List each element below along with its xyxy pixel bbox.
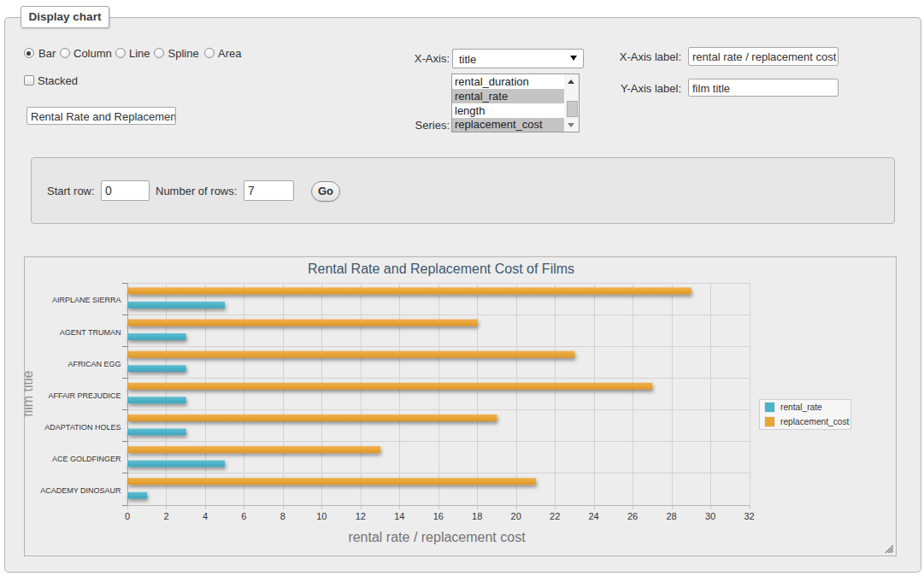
svg-text:16: 16 — [433, 511, 444, 521]
svg-text:20: 20 — [511, 511, 521, 521]
svg-text:AIRPLANE SIERRA: AIRPLANE SIERRA — [52, 296, 121, 304]
svg-text:10: 10 — [316, 511, 327, 521]
svg-text:6: 6 — [241, 511, 246, 521]
svg-text:AFRICAN EGG: AFRICAN EGG — [68, 360, 121, 368]
svg-text:18: 18 — [472, 511, 482, 521]
svg-text:22: 22 — [550, 511, 560, 521]
svg-text:4: 4 — [203, 511, 208, 521]
svg-text:30: 30 — [705, 511, 715, 521]
svg-text:AFFAIR PREJUDICE: AFFAIR PREJUDICE — [48, 391, 121, 400]
svg-text:28: 28 — [666, 511, 676, 521]
svg-text:14: 14 — [394, 511, 404, 521]
svg-text:2: 2 — [163, 511, 168, 521]
svg-text:12: 12 — [356, 511, 366, 521]
svg-text:AGENT TRUMAN: AGENT TRUMAN — [60, 328, 121, 337]
svg-text:Rental Rate and Replacement Co: Rental Rate and Replacement Cost of Film… — [308, 262, 574, 276]
svg-text:26: 26 — [627, 511, 638, 521]
svg-text:24: 24 — [589, 511, 599, 521]
svg-text:ACADEMY DINOSAUR: ACADEMY DINOSAUR — [40, 486, 121, 495]
svg-text:film title: film title — [25, 370, 35, 416]
svg-text:ADAPTATION HOLES: ADAPTATION HOLES — [44, 423, 121, 432]
svg-text:0: 0 — [125, 511, 130, 521]
svg-text:32: 32 — [744, 511, 754, 521]
svg-text:ACE GOLDFINGER: ACE GOLDFINGER — [52, 455, 121, 463]
svg-text:rental rate / replacement cost: rental rate / replacement cost — [348, 530, 526, 544]
svg-text:8: 8 — [280, 511, 285, 521]
